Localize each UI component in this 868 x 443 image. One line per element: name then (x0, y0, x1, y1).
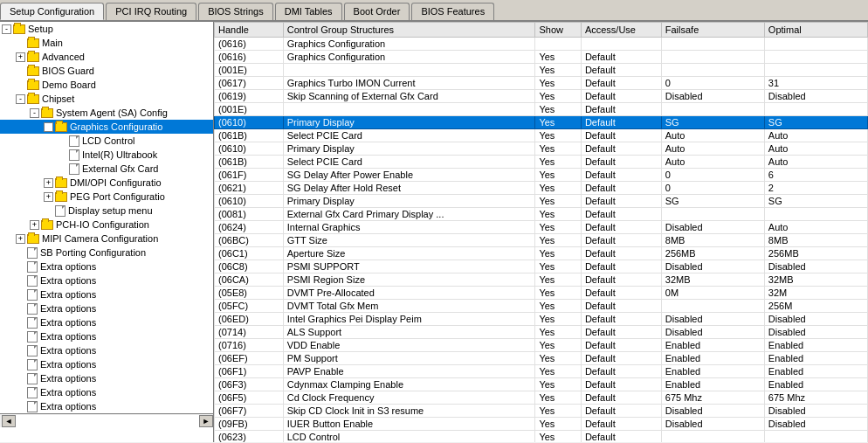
tree-node-display-setup[interactable]: Display setup menu (0, 204, 213, 218)
cell-4-5: Disabled (764, 90, 867, 103)
expander-empty-extra10 (16, 388, 25, 398)
table-row[interactable]: (0617)Graphics Turbo IMON CurrentYesDefa… (215, 77, 868, 90)
tab-1[interactable]: PCI IRQ Routing (106, 3, 196, 20)
tree-node-extra5[interactable]: Extra options (0, 315, 213, 329)
table-row[interactable]: (06EF)PM SupportYesDefaultEnabledEnabled (215, 352, 868, 365)
scroll-left[interactable]: ◄ (2, 415, 16, 427)
tab-3[interactable]: DMI Tables (275, 3, 342, 20)
tree-node-pch-io[interactable]: +PCH-IO Configuration (0, 218, 213, 232)
tree-node-extra11[interactable]: Extra options (0, 399, 213, 413)
tree-node-mipi-camera[interactable]: +MIPI Camera Configuration (0, 232, 213, 246)
scroll-right[interactable]: ► (199, 415, 213, 427)
tree-node-bios-guard[interactable]: BIOS Guard (0, 64, 213, 78)
tree-label-extra9: Extra options (40, 373, 96, 384)
expander-mipi-camera[interactable]: + (16, 234, 25, 244)
table-row[interactable]: (0610)Primary DisplayYesDefaultAutoAuto (215, 142, 868, 156)
tree-node-extra7[interactable]: Extra options (0, 343, 213, 357)
tree-node-extra2[interactable]: Extra options (0, 273, 213, 287)
expander-empty-external-gfx (58, 164, 67, 174)
table-row[interactable]: (09FB)IUER Button EnableYesDefaultDisabl… (215, 418, 868, 431)
expander-system-agent[interactable]: - (30, 108, 39, 118)
expander-dmi-opi[interactable]: + (44, 178, 53, 188)
table-row[interactable]: (05FC)DVMT Total Gfx MemYesDefault256M (215, 300, 868, 313)
tree-label-extra10: Extra options (40, 387, 96, 398)
tree-node-peg-port[interactable]: +PEG Port Configuratio (0, 190, 213, 204)
tree-node-intel-ultrabook[interactable]: Intel(R) Ultrabook (0, 148, 213, 162)
tree-node-advanced[interactable]: +Advanced (0, 50, 213, 64)
tab-0[interactable]: Setup Configuration (0, 3, 104, 20)
table-row[interactable]: (0714)ALS SupportYesDefaultDisabledDisab… (215, 326, 868, 339)
file-icon (27, 303, 38, 315)
tree-node-demo-board[interactable]: Demo Board (0, 78, 213, 92)
table-row[interactable]: (06F1)PAVP EnableYesDefaultEnabledEnable… (215, 365, 868, 378)
cell-16-1: Aperture Size (283, 247, 535, 260)
tree-node-main[interactable]: Main (0, 36, 213, 50)
table-row[interactable]: (0624)Internal GraphicsYesDefaultDisable… (215, 221, 868, 234)
table-row[interactable]: (0616)Graphics ConfigurationYesDefault (215, 51, 868, 64)
tree-node-setup[interactable]: -Setup (0, 22, 213, 36)
cell-12-2: Yes (535, 195, 581, 208)
tree-node-extra6[interactable]: Extra options (0, 329, 213, 343)
tree-label-demo-board: Demo Board (42, 80, 96, 90)
table-row[interactable]: (0621)SG Delay After Hold ResetYesDefaul… (215, 182, 868, 195)
table-row[interactable]: (06CA)PSMI Region SizeYesDefault32MB32MB (215, 273, 868, 287)
expander-graphics-config[interactable]: - (44, 122, 53, 132)
cell-19-5: 32M (764, 287, 867, 300)
tree-node-graphics-config[interactable]: -Graphics Configuratio (0, 120, 213, 134)
cell-23-3: Default (581, 339, 661, 352)
table-row[interactable]: (06F7)Skip CD Clock Init in S3 resumeYes… (215, 405, 868, 418)
table-row[interactable]: (0610)Primary DisplayYesDefaultSGSG (215, 116, 868, 129)
expander-setup[interactable]: - (2, 24, 11, 34)
tree-node-extra9[interactable]: Extra options (0, 371, 213, 385)
table-row[interactable]: (06ED)Intel Graphics Pei Display PeimYes… (215, 313, 868, 326)
cell-10-4: 0 (661, 169, 764, 182)
table-row[interactable]: (0610)Primary DisplayYesDefaultSGSG (215, 195, 868, 208)
table-panel[interactable]: HandleControl Group StructuresShowAccess… (214, 22, 868, 442)
table-row[interactable]: (0623)LCD ControlYesDefault (215, 431, 868, 443)
tab-4[interactable]: Boot Order (344, 3, 410, 20)
cell-15-2: Yes (535, 234, 581, 247)
tree-node-sb-porting[interactable]: SB Porting Configuration (0, 246, 213, 260)
tree-node-extra3[interactable]: Extra options (0, 287, 213, 301)
cell-19-4: 0M (661, 287, 764, 300)
table-row[interactable]: (061B)Select PCIE CardYesDefaultAutoAuto (215, 156, 868, 169)
cell-22-5: Disabled (764, 326, 867, 339)
expander-pch-io[interactable]: + (30, 220, 39, 230)
tree-node-dmi-opi[interactable]: +DMI/OPI Configuratio (0, 176, 213, 190)
table-row[interactable]: (06F5)Cd Clock FrequencyYesDefault675 Mh… (215, 391, 868, 405)
tree-node-system-agent[interactable]: -System Agent (SA) Config (0, 106, 213, 120)
expander-peg-port[interactable]: + (44, 192, 53, 202)
table-row[interactable]: (0619)Skip Scanning of External Gfx Card… (215, 90, 868, 103)
cell-30-2: Yes (535, 431, 581, 443)
table-row[interactable]: (05E8)DVMT Pre-AllocatedYesDefault0M32M (215, 287, 868, 300)
table-row[interactable]: (06BC)GTT SizeYesDefault8MB8MB (215, 234, 868, 247)
tab-2[interactable]: BIOS Strings (198, 3, 273, 20)
table-row[interactable]: (0716)VDD EnableYesDefaultEnabledEnabled (215, 339, 868, 352)
tree-panel[interactable]: -SetupMain+AdvancedBIOS GuardDemo Board-… (0, 22, 214, 442)
table-row[interactable]: (0081)External Gfx Card Primary Display … (215, 208, 868, 221)
tree-node-extra10[interactable]: Extra options (0, 385, 213, 399)
col-header-4: Failsafe (661, 23, 764, 38)
tree-node-extra4[interactable]: Extra options (0, 301, 213, 315)
table-row[interactable]: (06F3)Cdynmax Clamping EnableYesDefaultE… (215, 378, 868, 391)
tree-node-lcd-control[interactable]: LCD Control (0, 134, 213, 148)
table-row[interactable]: (001E)YesDefault (215, 103, 868, 116)
tree-node-extra1[interactable]: Extra options (0, 260, 213, 273)
table-row[interactable]: (06C8)PSMI SUPPORTYesDefaultDisabledDisa… (215, 260, 868, 273)
tab-5[interactable]: BIOS Features (411, 3, 494, 20)
table-row[interactable]: (001E)YesDefault (215, 64, 868, 77)
tree-node-chipset[interactable]: -Chipset (0, 92, 213, 106)
table-row[interactable]: (061F)SG Delay After Power EnableYesDefa… (215, 169, 868, 182)
table-row[interactable]: (06C1)Aperture SizeYesDefault256MB256MB (215, 247, 868, 260)
file-icon (55, 205, 65, 217)
cell-17-4: Disabled (661, 260, 764, 273)
table-row[interactable]: (061B)Select PCIE CardYesDefaultAutoAuto (215, 129, 868, 142)
tree-node-external-gfx[interactable]: External Gfx Card (0, 162, 213, 176)
expander-advanced[interactable]: + (16, 52, 25, 62)
cell-14-3: Default (581, 221, 661, 234)
tree-node-extra8[interactable]: Extra options (0, 357, 213, 371)
table-row[interactable]: (0616)Graphics Configuration (215, 38, 868, 51)
file-icon (27, 247, 38, 259)
expander-chipset[interactable]: - (16, 94, 25, 104)
cell-24-0: (06EF) (215, 352, 284, 365)
